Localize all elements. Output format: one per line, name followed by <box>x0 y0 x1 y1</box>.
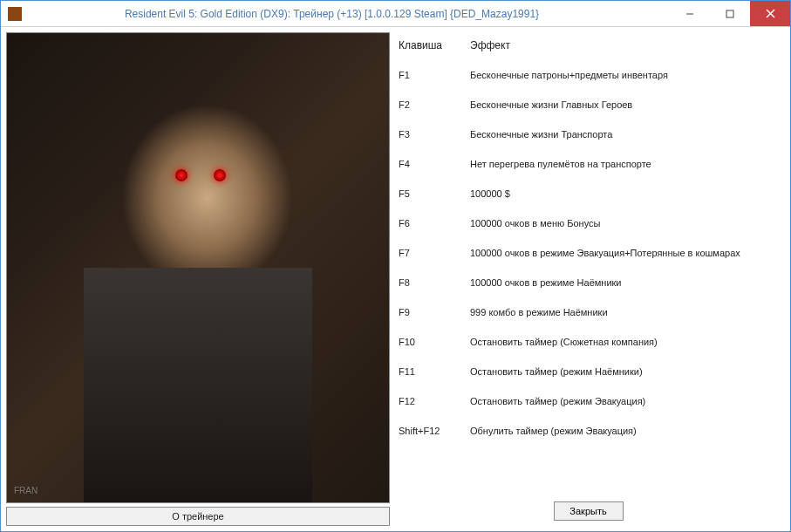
cheat-effect: Бесконечные жизни Главных Героев <box>470 99 778 110</box>
cheat-row: F10Остановить таймер (Сюжетная компания) <box>399 327 778 357</box>
header-key: Клавиша <box>399 39 470 51</box>
window-controls <box>670 1 790 26</box>
cheat-key: F11 <box>399 366 470 377</box>
cheat-effect: 100000 очков в меню Бонусы <box>470 218 778 228</box>
cheat-effect: Остановить таймер (режим Наёмники) <box>470 366 778 377</box>
artwork-watermark: FRAN <box>14 486 38 495</box>
cheat-effect: Бесконечные патроны+предметы инвентаря <box>470 70 778 80</box>
table-header: Клавиша Эффект <box>399 36 778 60</box>
cheat-row: F4Нет перегрева пулемётов на транспорте <box>399 149 778 179</box>
content-area: FRAN О трейнере Клавиша Эффект F1Бесконе… <box>1 27 790 531</box>
cheat-key: F9 <box>399 307 470 317</box>
window-title: Resident Evil 5: Gold Edition (DX9): Тре… <box>29 8 670 20</box>
cheat-row: F5100000 $ <box>399 179 778 208</box>
cheat-row: F11Остановить таймер (режим Наёмники) <box>399 357 778 386</box>
cheat-row: F2Бесконечные жизни Главных Героев <box>399 90 778 119</box>
close-icon <box>766 9 775 18</box>
cheat-effect: Остановить таймер (режим Эвакуация) <box>470 396 778 406</box>
cheat-effect: 100000 очков в режиме Эвакуация+Потерянн… <box>470 248 778 258</box>
cheat-key: F2 <box>399 99 470 110</box>
close-button[interactable]: Закрыть <box>554 501 624 521</box>
cheat-key: F3 <box>399 129 470 140</box>
maximize-icon <box>726 10 734 18</box>
about-button[interactable]: О трейнере <box>6 507 390 526</box>
cheat-effect: 100000 очков в режиме Наёмники <box>470 277 778 288</box>
svg-rect-1 <box>726 10 733 17</box>
bottom-bar: Закрыть <box>399 496 778 522</box>
window-close-button[interactable] <box>750 1 790 26</box>
cheat-key: F5 <box>399 188 470 199</box>
cheat-row: Shift+F12Обнулить таймер (режим Эвакуаци… <box>399 416 778 446</box>
app-icon <box>8 7 22 21</box>
cheat-effect: 100000 $ <box>470 188 778 199</box>
cheat-row: F7100000 очков в режиме Эвакуация+Потеря… <box>399 238 778 268</box>
cheat-key: F10 <box>399 337 470 347</box>
cheat-effect: Нет перегрева пулемётов на транспорте <box>470 159 778 169</box>
titlebar[interactable]: Resident Evil 5: Gold Edition (DX9): Тре… <box>1 1 790 27</box>
cheat-row: F6100000 очков в меню Бонусы <box>399 208 778 238</box>
cheat-key: F1 <box>399 70 470 80</box>
minimize-icon <box>685 10 694 18</box>
left-panel: FRAN О трейнере <box>6 32 390 526</box>
cheat-effect: 999 комбо в режиме Наёмники <box>470 307 778 317</box>
cheat-key: F12 <box>399 396 470 406</box>
maximize-button[interactable] <box>710 1 750 26</box>
cheat-key: Shift+F12 <box>399 426 470 436</box>
right-panel: Клавиша Эффект F1Бесконечные патроны+пре… <box>395 32 785 526</box>
app-window: Resident Evil 5: Gold Edition (DX9): Тре… <box>0 0 791 532</box>
cheat-effect: Бесконечные жизни Транспорта <box>470 129 778 140</box>
cheat-key: F8 <box>399 277 470 288</box>
cheat-row: F12Остановить таймер (режим Эвакуация) <box>399 386 778 416</box>
cheat-key: F4 <box>399 159 470 169</box>
cheat-row: F3Бесконечные жизни Транспорта <box>399 119 778 149</box>
cheat-key: F7 <box>399 248 470 258</box>
cheat-effect: Остановить таймер (Сюжетная компания) <box>470 337 778 347</box>
cheat-row: F8100000 очков в режиме Наёмники <box>399 268 778 297</box>
header-effect: Эффект <box>470 39 778 51</box>
artwork-eye-right <box>214 169 226 181</box>
game-artwork: FRAN <box>6 32 390 503</box>
cheat-row: F9999 комбо в режиме Наёмники <box>399 297 778 327</box>
cheat-row: F1Бесконечные патроны+предметы инвентаря <box>399 60 778 90</box>
cheat-key: F6 <box>399 218 470 228</box>
minimize-button[interactable] <box>670 1 710 26</box>
cheat-effect: Обнулить таймер (режим Эвакуация) <box>470 426 778 436</box>
cheat-list: F1Бесконечные патроны+предметы инвентаря… <box>399 60 778 496</box>
artwork-eye-left <box>175 169 188 181</box>
